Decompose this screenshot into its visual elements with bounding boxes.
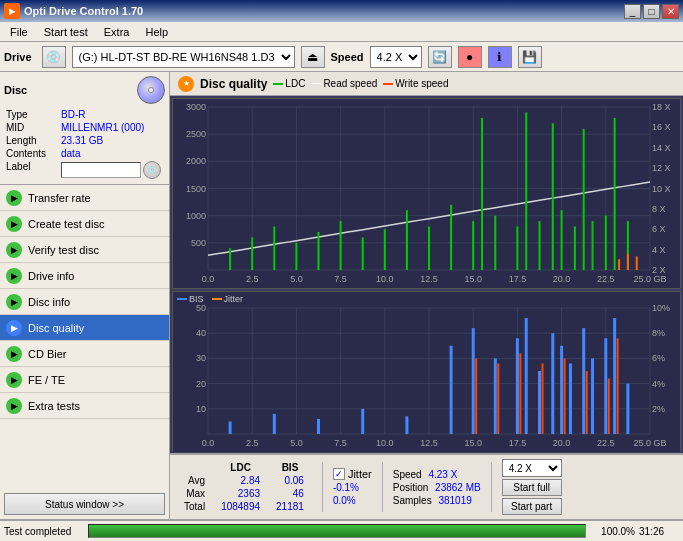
menu-file[interactable]: File: [4, 25, 34, 39]
ldc-label: LDC: [285, 78, 305, 89]
start-full-button[interactable]: Start full: [502, 479, 562, 496]
cd-bier-label: CD Bier: [28, 348, 67, 360]
status-bar: Test completed 100.0% 31:26: [0, 519, 683, 541]
contents-value: data: [59, 147, 165, 160]
length-label: Length: [4, 134, 59, 147]
read-speed-color: [311, 83, 321, 84]
maximize-button[interactable]: □: [643, 4, 660, 19]
sidebar-item-transfer-rate[interactable]: ▶ Transfer rate: [0, 185, 169, 211]
disc-panel: Disc Type BD-R MID MILLENMR1 (000) Lengt…: [0, 72, 169, 185]
upper-chart-canvas: [173, 99, 680, 288]
disc-panel-title: Disc: [4, 84, 27, 96]
charts-area: BIS Jitter: [170, 96, 683, 453]
time-elapsed: 31:26: [639, 526, 679, 537]
disc-color-btn[interactable]: ●: [458, 46, 482, 68]
avg-label: Avg: [176, 474, 213, 487]
status-text: Test completed: [4, 526, 84, 537]
status-window-button[interactable]: Status window >>: [4, 493, 165, 515]
legend-read-speed: Read speed: [311, 78, 377, 89]
speed-info-label: Speed: [393, 469, 422, 480]
legend-ldc: LDC: [273, 78, 305, 89]
cd-bier-icon: ▶: [6, 346, 22, 362]
sidebar-item-verify-test-disc[interactable]: ▶ Verify test disc: [0, 237, 169, 263]
position-info-value: 23862 MB: [435, 482, 481, 493]
bis-legend: BIS Jitter: [177, 294, 243, 304]
nav-items: ▶ Transfer rate ▶ Create test disc ▶ Ver…: [0, 185, 169, 489]
sidebar-item-drive-info[interactable]: ▶ Drive info: [0, 263, 169, 289]
read-speed-label: Read speed: [323, 78, 377, 89]
sidebar-item-create-test-disc[interactable]: ▶ Create test disc: [0, 211, 169, 237]
eject-button[interactable]: ⏏: [301, 46, 325, 68]
verify-test-disc-icon: ▶: [6, 242, 22, 258]
lower-chart-container: BIS Jitter: [172, 291, 681, 451]
save-btn[interactable]: 💾: [518, 46, 542, 68]
progress-percent: 100.0%: [590, 526, 635, 537]
jitter-section: ✓ Jitter -0.1% 0.0%: [333, 468, 372, 506]
title-bar: ▶ Opti Drive Control 1.70 _ □ ✕: [0, 0, 683, 22]
minimize-button[interactable]: _: [624, 4, 641, 19]
stats-header-ldc: LDC: [213, 461, 268, 474]
drive-label: Drive: [4, 51, 32, 63]
jitter-color: [212, 298, 222, 300]
stats-row-avg: Avg 2.84 0.06: [176, 474, 312, 487]
transfer-rate-icon: ▶: [6, 190, 22, 206]
jitter-avg: -0.1%: [333, 482, 372, 493]
right-panel: ★ Disc quality LDC Read speed Write spee…: [170, 72, 683, 519]
jitter-label-text: Jitter: [348, 468, 372, 480]
sidebar-item-cd-bier[interactable]: ▶ CD Bier: [0, 341, 169, 367]
avg-ldc: 2.84: [213, 474, 268, 487]
drive-info-label: Drive info: [28, 270, 74, 282]
max-label: Max: [176, 487, 213, 500]
menu-start-test[interactable]: Start test: [38, 25, 94, 39]
bis-color: [177, 298, 187, 300]
disc-info-btn[interactable]: ℹ: [488, 46, 512, 68]
disc-label-input[interactable]: [61, 162, 141, 178]
samples-info-label: Samples: [393, 495, 432, 506]
jitter-max: 0.0%: [333, 495, 372, 506]
stats-header-blank: [176, 461, 213, 474]
quality-icon: ★: [178, 76, 194, 92]
contents-label: Contents: [4, 147, 59, 160]
label-icon[interactable]: 💿: [143, 161, 161, 179]
app-title: Opti Drive Control 1.70: [24, 5, 143, 17]
legend-write-speed: Write speed: [383, 78, 448, 89]
menu-extra[interactable]: Extra: [98, 25, 136, 39]
avg-bis: 0.06: [268, 474, 312, 487]
menu-help[interactable]: Help: [139, 25, 174, 39]
quality-title: Disc quality: [200, 77, 267, 91]
drive-select[interactable]: (G:) HL-DT-ST BD-RE WH16NS48 1.D3: [72, 46, 295, 68]
progress-fill: [89, 525, 585, 537]
sidebar-item-fe-te[interactable]: ▶ FE / TE: [0, 367, 169, 393]
write-speed-label: Write speed: [395, 78, 448, 89]
sidebar-item-extra-tests[interactable]: ▶ Extra tests: [0, 393, 169, 419]
stats-row-total: Total 1084894 21181: [176, 500, 312, 513]
verify-test-disc-label: Verify test disc: [28, 244, 99, 256]
jitter-checkbox[interactable]: ✓: [333, 468, 345, 480]
refresh-button[interactable]: 🔄: [428, 46, 452, 68]
start-part-button[interactable]: Start part: [502, 498, 562, 515]
sidebar-item-disc-info[interactable]: ▶ Disc info: [0, 289, 169, 315]
extra-tests-icon: ▶: [6, 398, 22, 414]
max-bis: 46: [268, 487, 312, 500]
length-value: 23.31 GB: [59, 134, 165, 147]
fe-te-icon: ▶: [6, 372, 22, 388]
quality-speed-select[interactable]: 4.2 X: [502, 459, 562, 477]
upper-chart: [172, 98, 681, 289]
samples-info-value: 381019: [438, 495, 471, 506]
stats-row-max: Max 2363 46: [176, 487, 312, 500]
speed-select[interactable]: 4.2 X: [370, 46, 422, 68]
sidebar-item-disc-quality[interactable]: ▶ Disc quality: [0, 315, 169, 341]
close-button[interactable]: ✕: [662, 4, 679, 19]
ldc-color: [273, 83, 283, 85]
drive-icon-btn[interactable]: 💿: [42, 46, 66, 68]
total-ldc: 1084894: [213, 500, 268, 513]
drive-bar: Drive 💿 (G:) HL-DT-ST BD-RE WH16NS48 1.D…: [0, 42, 683, 72]
progress-bar: [88, 524, 586, 538]
stats-area: LDC BIS Avg 2.84 0.06 Max 2363 46: [170, 453, 683, 519]
disc-quality-label: Disc quality: [28, 322, 84, 334]
extra-tests-label: Extra tests: [28, 400, 80, 412]
legend-bis: BIS: [177, 294, 204, 304]
total-label: Total: [176, 500, 213, 513]
disc-info-label: Disc info: [28, 296, 70, 308]
main-content: Disc Type BD-R MID MILLENMR1 (000) Lengt…: [0, 72, 683, 519]
